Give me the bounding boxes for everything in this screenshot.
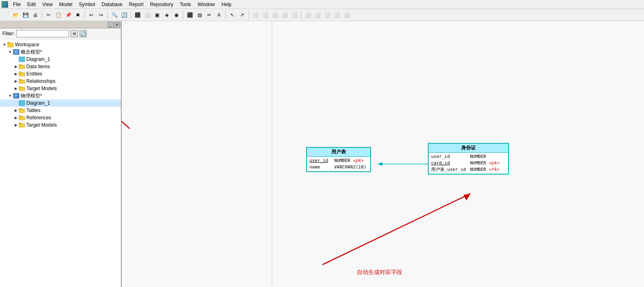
m1-diagram1-label: Diagram_1 (26, 56, 50, 62)
tb-redo[interactable]: ↪ (97, 11, 105, 19)
tree-model2-tables[interactable]: ▶ Tables (0, 107, 121, 114)
tb-c1[interactable]: ⬛ (185, 11, 194, 19)
svg-marker-26 (464, 194, 470, 201)
tree-model2-diagram1[interactable]: Diagram_1 (0, 99, 121, 107)
tb-e2[interactable]: ⬜ (313, 11, 322, 19)
tb-b1[interactable]: ⬛ (133, 11, 142, 19)
tb-c2[interactable]: ▤ (195, 11, 204, 19)
m1-rel-icon (19, 78, 25, 84)
user-row1-type: NUMBER (334, 158, 350, 164)
menu-report[interactable]: Report (126, 1, 147, 8)
tb-e3[interactable]: ⬜ (323, 11, 332, 19)
tb-pencil[interactable]: ✏ (205, 11, 214, 19)
tree-model2[interactable]: ▼ P 物理模型* (0, 92, 121, 99)
tb-paste[interactable]: 📌 (64, 11, 73, 19)
svg-rect-21 (19, 123, 21, 124)
canvas-svg (122, 21, 644, 287)
tb-text[interactable]: A (215, 11, 223, 19)
svg-rect-1 (8, 42, 10, 43)
menu-view[interactable]: View (39, 1, 56, 8)
tree-workspace[interactable]: ▼ Workspace (0, 41, 121, 48)
tb-zoom3[interactable]: ⬜ (270, 11, 279, 19)
menu-help[interactable]: Help (218, 1, 235, 8)
menu-edit[interactable]: Edit (24, 1, 39, 8)
tb-zoom1[interactable]: ⬜ (251, 11, 260, 19)
sep7 (249, 11, 249, 19)
sep1 (42, 11, 42, 19)
canvas-area: 用户表 user_id NUMBER <pk> name VARCHAR2(10… (122, 21, 644, 287)
m1-dataitems-expander: ▶ (13, 64, 19, 69)
table-user-body: user_id NUMBER <pk> name VARCHAR2(10) (307, 157, 370, 171)
menu-tools[interactable]: Tools (176, 1, 194, 8)
tb-e4[interactable]: ⬜ (333, 11, 341, 19)
annotation-text: 自动生成对应字段 (357, 269, 402, 276)
m1-relationships-label: Relationships (26, 78, 56, 84)
menu-model[interactable]: Model (56, 1, 76, 8)
panel-close-btn[interactable]: ✕ (114, 22, 120, 28)
tree-model2-targetmodels[interactable]: ▶ Target Models (0, 121, 121, 129)
menu-database[interactable]: Database (99, 1, 126, 8)
tb-find[interactable]: 🔍 (110, 11, 119, 19)
tb-new[interactable]: 📄 (2, 11, 11, 19)
sep4 (131, 11, 131, 19)
sep2 (84, 11, 85, 19)
m1-tm-icon (19, 86, 25, 91)
table-user-row1: user_id NUMBER <pk> (309, 158, 368, 164)
svg-rect-4 (19, 57, 25, 62)
model1-icon: M (13, 49, 19, 55)
tb-d1[interactable]: ↖ (228, 11, 237, 19)
tb-undo[interactable]: ↩ (87, 11, 96, 19)
filter-apply-btn[interactable]: 🔄 (79, 30, 87, 37)
table-id-card[interactable]: 身份证 user_id NUMBER card_id NUMBER <pk> 用… (428, 143, 509, 175)
tb-e5[interactable]: ⬜ (342, 11, 351, 19)
menu-window[interactable]: Window (194, 1, 218, 8)
tb-zoom2[interactable]: ⬜ (261, 11, 270, 19)
tb-b5[interactable]: ◉ (172, 11, 181, 19)
filter-input[interactable] (16, 30, 69, 37)
tree-model1-targetmodels[interactable]: ▶ Target Models (0, 85, 121, 92)
svg-rect-8 (19, 72, 21, 73)
left-panel: _ ✕ Filter: ✕ 🔄 ▼ Workspace ▼ (0, 21, 122, 287)
table-idcard-header: 身份证 (429, 144, 508, 153)
m1-diagram-icon (19, 56, 25, 62)
model2-expander: ▼ (7, 93, 13, 99)
panel-header: _ ✕ (0, 21, 121, 28)
tb-zoom5[interactable]: ⬜ (290, 11, 299, 19)
tb-save[interactable]: 💾 (21, 11, 30, 19)
tb-e1[interactable]: ⬜ (303, 11, 312, 19)
svg-rect-19 (19, 116, 21, 117)
app-icon (2, 1, 8, 8)
menu-file[interactable]: File (10, 1, 24, 8)
menu-repository[interactable]: Repository (147, 1, 176, 8)
user-row2-type: VARCHAR2(10) (334, 164, 366, 170)
filter-clear-btn[interactable]: ✕ (71, 30, 78, 37)
tree-view: ▼ Workspace ▼ M 概念模型* Diagra (0, 39, 121, 287)
tb-zoom4[interactable]: ⬜ (280, 11, 289, 19)
m2-tm-icon (19, 122, 25, 128)
tb-b3[interactable]: ▣ (152, 11, 161, 19)
tb-open[interactable]: 📂 (11, 11, 20, 19)
panel-minimize-btn[interactable]: _ (108, 22, 114, 28)
tree-model1-diagram1[interactable]: Diagram_1 (0, 56, 121, 63)
tb-b2[interactable]: ⬜ (143, 11, 152, 19)
tree-model1-entities[interactable]: ▶ Entities (0, 70, 121, 78)
tb-b4[interactable]: ◈ (162, 11, 171, 19)
tree-model2-references[interactable]: ▶ References (0, 114, 121, 121)
canvas-divider (272, 21, 272, 287)
tb-copy[interactable]: 📋 (54, 11, 63, 19)
tb-cut[interactable]: ✂ (44, 11, 53, 19)
tb-refresh[interactable]: 🔄 (120, 11, 129, 19)
tb-delete[interactable]: ✖ (73, 11, 82, 19)
sep6 (225, 11, 226, 19)
table-idcard-row2: card_id NUMBER <pk> (431, 160, 506, 166)
tb-d2[interactable]: ↗ (238, 11, 247, 19)
table-idcard-row3: 用户表_user_id NUMBER <fk> (431, 166, 506, 173)
filter-label: Filter: (2, 31, 15, 37)
menu-symbol[interactable]: Symbol (76, 1, 99, 8)
table-user[interactable]: 用户表 user_id NUMBER <pk> name VARCHAR2(10… (306, 147, 371, 172)
idcard-row2-name: card_id (431, 160, 468, 166)
tb-print[interactable]: 🖨 (31, 11, 40, 19)
tree-model1-dataitems[interactable]: ▶ Data Items (0, 63, 121, 70)
tree-model1-relationships[interactable]: ▶ Relationships (0, 78, 121, 85)
tree-model1[interactable]: ▼ M 概念模型* (0, 48, 121, 56)
